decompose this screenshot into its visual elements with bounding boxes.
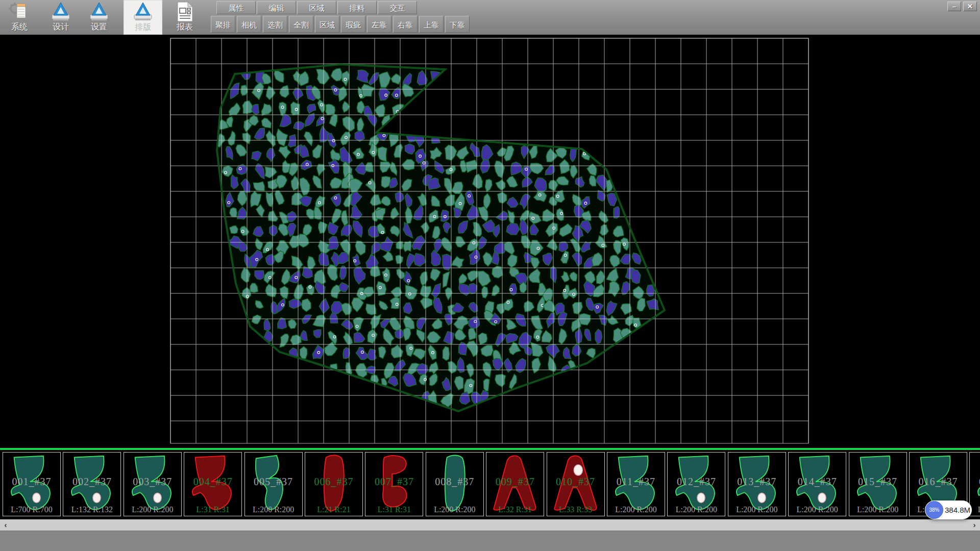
set-square-icon (50, 1, 72, 22)
scroll-track[interactable] (11, 519, 969, 531)
piece-id-label: 006_#37 (305, 476, 362, 488)
piece-id-label: 004_#37 (184, 476, 241, 488)
piece-lr-count-label: L:31 R:31 (365, 505, 423, 514)
piece-thumbnail-4[interactable]: 004_#37L:31 R:31 (184, 452, 242, 516)
piece-thumbnail-3[interactable]: 003_#37L:200 R:200 (124, 452, 182, 516)
memory-percent-indicator: 38% (925, 501, 943, 519)
menu-tab-2[interactable]: 编辑 (257, 1, 296, 14)
piece-thumbnail-12[interactable]: 012_#37L:200 R:200 (667, 452, 725, 516)
tool-button-2[interactable]: 相机 (237, 16, 261, 33)
tool-button-3[interactable]: 选割 (263, 16, 287, 33)
piece-id-label: 008_#37 (426, 476, 483, 488)
mode-button-3[interactable]: 设置 (83, 0, 115, 35)
piece-thumbnail-13[interactable]: 013_#37L:200 R:200 (728, 452, 786, 516)
piece-lr-count-label: L:700 R:700 (3, 505, 60, 514)
piece-lr-count-label: L:21 R:21 (305, 505, 362, 514)
mode-button-label: 排版 (124, 22, 162, 32)
app-window: 系统设计设置排版报表 属性编辑区域排料交互 聚排相机选割全割区域瑕疵左靠右靠上靠… (0, 0, 980, 551)
tool-button-row: 聚排相机选割全割区域瑕疵左靠右靠上靠下靠 (211, 16, 470, 33)
scroll-right-arrow-icon[interactable]: › (969, 519, 980, 531)
piece-id-label: 011_#37 (607, 476, 665, 488)
piece-id-label: 010_#37 (547, 476, 604, 488)
piece-thumbnail-5[interactable]: 005_#37L:200 R:200 (244, 452, 303, 516)
piece-lr-count-label: L:132 R:132 (63, 505, 120, 514)
nesting-canvas[interactable] (0, 35, 980, 448)
piece-thumbnail-6[interactable]: 006_#37L:21 R:21 (305, 452, 363, 516)
piece-lr-count-label: L:200 R:200 (607, 505, 665, 514)
piece-id-label: 002_#37 (63, 476, 120, 488)
piece-thumbnail-2[interactable]: 002_#37L:132 R:132 (63, 452, 121, 516)
mode-button-label: 设置 (83, 22, 115, 32)
set-square-icon (132, 1, 154, 22)
menu-tab-3[interactable]: 区域 (297, 1, 336, 14)
piece-id-label: 001_#37 (3, 476, 60, 488)
menu-tab-4[interactable]: 排料 (337, 1, 377, 14)
menu-tab-1[interactable]: 属性 (216, 1, 256, 14)
piece-thumbnail-10[interactable]: 010_#37L:33 R:33 (547, 452, 605, 516)
mode-button-label: 系统 (4, 22, 35, 32)
scroll-left-arrow-icon[interactable]: ‹ (0, 519, 11, 531)
mode-button-4[interactable]: 排版 (124, 0, 162, 35)
piece-id-label: 017_#37 (970, 476, 980, 488)
mode-button-5[interactable]: 报表 (168, 0, 201, 35)
piece-id-label: 003_#37 (124, 476, 181, 488)
piece-id-label: 014_#37 (789, 476, 846, 488)
memory-amount-label: 384.8M (943, 506, 972, 514)
piece-lr-count-label: L:200 R:200 (849, 505, 906, 514)
memory-usage-badge: 38% 384.8M (925, 500, 972, 519)
mode-button-2[interactable]: 设计 (45, 0, 77, 35)
piece-lr-count-label: L:200 R:200 (124, 505, 181, 514)
tool-button-6[interactable]: 瑕疵 (341, 16, 365, 33)
tool-button-7[interactable]: 左靠 (367, 16, 391, 33)
tool-button-5[interactable]: 区域 (315, 16, 339, 33)
piece-lr-count-label: L:200 R:200 (426, 505, 483, 514)
mode-button-1[interactable]: 系统 (4, 0, 35, 35)
piece-lr-count-label: L:200 R:200 (668, 505, 725, 514)
gear-document-icon (8, 1, 31, 22)
horizontal-scrollbar[interactable]: ‹ › (0, 519, 980, 531)
nesting-layout-view (0, 35, 980, 448)
piece-thumbnail-8[interactable]: 008_#37L:200 R:200 (426, 452, 484, 516)
piece-thumbnail-1[interactable]: 001_#37L:700 R:700 (3, 452, 61, 516)
piece-id-label: 012_#37 (668, 476, 725, 488)
piece-thumbnail-strip: 001_#37L:700 R:700002_#37L:132 R:132003_… (0, 448, 980, 519)
piece-lr-count-label: L:32 R:31 (486, 505, 544, 514)
piece-id-label: 009_#37 (486, 476, 544, 488)
status-bar (0, 531, 980, 551)
main-toolbar: 系统设计设置排版报表 属性编辑区域排料交互 聚排相机选割全割区域瑕疵左靠右靠上靠… (0, 0, 980, 36)
tool-button-10[interactable]: 下靠 (445, 16, 470, 33)
tool-button-1[interactable]: 聚排 (211, 16, 235, 33)
report-document-icon (174, 1, 196, 22)
piece-lr-count-label: L:200 R:200 (245, 505, 302, 514)
mode-button-label: 设计 (45, 22, 77, 32)
close-button[interactable]: ✕ (963, 2, 977, 11)
window-controls: –✕ (947, 2, 977, 11)
piece-id-label: 005_#37 (245, 476, 302, 488)
tool-button-4[interactable]: 全割 (289, 16, 313, 33)
set-square-icon (88, 1, 110, 22)
piece-id-label: 016_#37 (910, 476, 967, 488)
piece-thumbnail-9[interactable]: 009_#37L:32 R:31 (486, 452, 544, 516)
menu-tab-5[interactable]: 交互 (378, 1, 417, 14)
strip-top-accent (0, 448, 980, 450)
piece-lr-count-label: L:33 R:33 (547, 505, 604, 514)
piece-id-label: 013_#37 (728, 476, 786, 488)
menu-tab-row: 属性编辑区域排料交互 (216, 1, 417, 14)
piece-thumbnail-14[interactable]: 014_#37L:200 R:200 (788, 452, 846, 516)
piece-lr-count-label: L:200 R:200 (728, 505, 786, 514)
piece-thumbnail-15[interactable]: 015_#37L:200 R:200 (849, 452, 907, 516)
minimize-button[interactable]: – (947, 2, 961, 11)
tool-button-9[interactable]: 上靠 (419, 16, 444, 33)
piece-lr-count-label: L:31 R:31 (184, 505, 241, 514)
piece-thumbnail-7[interactable]: 007_#37L:31 R:31 (365, 452, 423, 516)
piece-thumbnail-11[interactable]: 011_#37L:200 R:200 (607, 452, 665, 516)
piece-id-label: 007_#37 (365, 476, 423, 488)
mode-button-label: 报表 (168, 22, 201, 32)
tool-button-8[interactable]: 右靠 (393, 16, 418, 33)
memory-percent-label: 38% (929, 507, 939, 513)
piece-lr-count-label: L:200 R:200 (789, 505, 846, 514)
piece-id-label: 015_#37 (849, 476, 906, 488)
